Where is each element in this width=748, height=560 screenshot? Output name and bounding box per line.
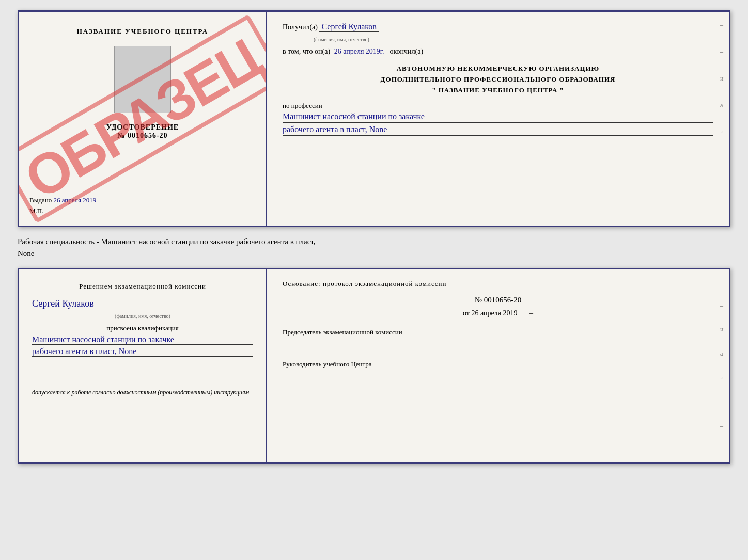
underline3 xyxy=(32,399,209,407)
profession-line2: рабочего агента в пласт, None xyxy=(283,125,713,136)
received-label: Получил(а) xyxy=(283,23,318,31)
cert-left-panel: НАЗВАНИЕ УЧЕБНОГО ЦЕНТРА ОБРАЗЕЦ УДОСТОВ… xyxy=(19,12,267,226)
org-block: АВТОНОМНУЮ НЕКОММЕРЧЕСКУЮ ОРГАНИЗАЦИЮ ДО… xyxy=(283,63,713,95)
org-line2: ДОПОЛНИТЕЛЬНОГО ПРОФЕССИОНАЛЬНОГО ОБРАЗО… xyxy=(283,74,713,85)
basis-label: Основание: протокол экзаменационной коми… xyxy=(283,280,713,288)
protocol-date: от 26 апреля 2019 – xyxy=(283,309,713,317)
cert-title: НАЗВАНИЕ УЧЕБНОГО ЦЕНТРА xyxy=(77,27,209,36)
chairman-label: Председатель экзаменационной комиссии xyxy=(283,328,713,337)
underline2 xyxy=(32,370,209,378)
cert-right-panel: Получил(а) Сергей Кулаков – (фамилия, им… xyxy=(267,12,729,226)
bottom-certificate: Решением экзаменационной комиссии Сергей… xyxy=(18,268,730,464)
middle-line1: Рабочая специальность - Машинист насосно… xyxy=(18,236,730,248)
org-line3: " НАЗВАНИЕ УЧЕБНОГО ЦЕНТРА " xyxy=(283,85,713,96)
middle-text: Рабочая специальность - Машинист насосно… xyxy=(18,233,730,262)
dash1: – xyxy=(383,23,386,31)
issued-date-value: 26 апреля 2019 xyxy=(54,196,97,204)
allowed-prefix: допускается к xyxy=(32,389,70,396)
doc-type-label: УДОСТОВЕРЕНИЕ xyxy=(106,123,179,132)
date-row: в том, что он(а) 26 апреля 2019г. окончи… xyxy=(283,47,713,56)
bottom-right-panel: Основание: протокол экзаменационной коми… xyxy=(267,269,729,462)
profession-line1: Машинист насосной станции по закачке xyxy=(283,112,713,123)
name-underline xyxy=(32,312,156,312)
allowed-text: допускается к работе согласно должностны… xyxy=(32,389,253,396)
right-dashes: – – и а ← – – – xyxy=(720,12,726,226)
mp-label: М.П. xyxy=(29,207,43,215)
issued-label: Выдано xyxy=(29,196,52,204)
head-label: Руководитель учебного Центра xyxy=(283,360,713,369)
chairman-sign-line xyxy=(283,341,365,349)
page-container: НАЗВАНИЕ УЧЕБНОГО ЦЕНТРА ОБРАЗЕЦ УДОСТОВ… xyxy=(10,10,738,464)
org-line1: АВТОНОМНУЮ НЕКОММЕРЧЕСКУЮ ОРГАНИЗАЦИЮ xyxy=(283,63,713,74)
bottom-name-sub: (фамилия, имя, отчество) xyxy=(32,313,253,319)
underline1 xyxy=(32,359,209,367)
allowed-link-text: работе согласно должностным (производств… xyxy=(71,389,249,396)
middle-line2: None xyxy=(18,248,730,260)
decision-text: Решением экзаменационной комиссии xyxy=(32,282,253,291)
issue-date: Выдано 26 апреля 2019 xyxy=(29,181,96,204)
qualification-line1: Машинист насосной станции по закачке xyxy=(32,335,253,345)
profession-label: по профессии xyxy=(283,102,713,110)
recipient-name: Сергей Кулаков xyxy=(319,22,378,32)
date-value: 26 апреля 2019г. xyxy=(332,47,386,56)
photo-placeholder xyxy=(114,46,171,113)
top-certificate: НАЗВАНИЕ УЧЕБНОГО ЦЕНТРА ОБРАЗЕЦ УДОСТОВ… xyxy=(18,10,730,227)
qualification-line2: рабочего агента в пласт, None xyxy=(32,347,253,357)
bottom-right-dashes: – – и а ← – – – xyxy=(720,269,726,462)
doc-number: № 0010656-20 xyxy=(117,132,167,140)
finished-label: окончил(а) xyxy=(389,47,423,56)
recipient-sub: (фамилия, имя, отчество) xyxy=(314,37,369,42)
dash-right: – xyxy=(529,309,533,317)
assigned-label: присвоена квалификация xyxy=(32,324,253,332)
bottom-name: Сергей Кулаков xyxy=(32,298,253,309)
head-sign-line xyxy=(283,373,365,381)
bottom-left-panel: Решением экзаменационной комиссии Сергей… xyxy=(19,269,267,462)
recipient-row: Получил(а) Сергей Кулаков – xyxy=(283,22,713,32)
protocol-date-value: 26 апреля 2019 xyxy=(471,309,517,317)
protocol-date-prefix: от xyxy=(463,309,470,317)
protocol-number: № 0010656-20 xyxy=(457,296,539,305)
date-label: в том, что он(а) xyxy=(283,47,330,56)
